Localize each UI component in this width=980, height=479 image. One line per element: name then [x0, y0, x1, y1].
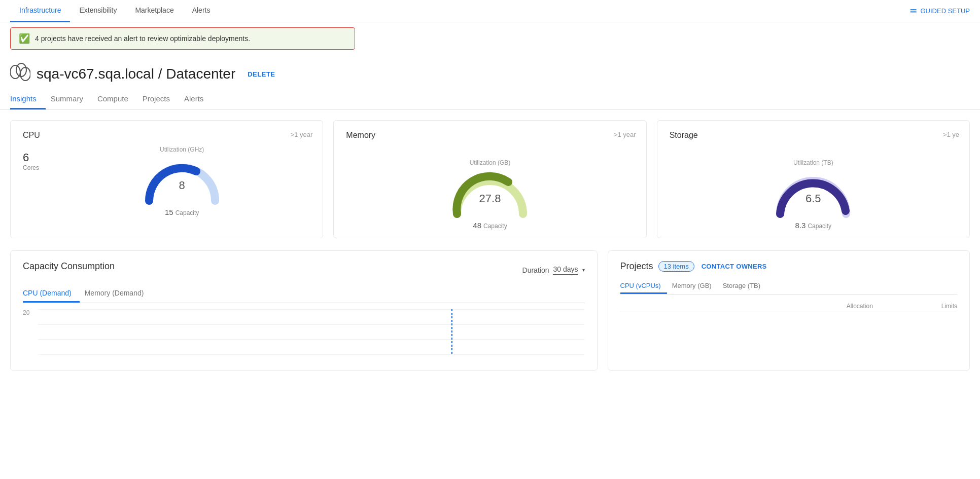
projects-header: Projects 13 items CONTACT OWNERS	[620, 261, 958, 272]
delete-button[interactable]: DELETE	[248, 70, 275, 78]
cpu-capacity: 15 Capacity	[165, 208, 199, 216]
projects-card: Projects 13 items CONTACT OWNERS CPU (vC…	[608, 250, 970, 371]
tab-summary[interactable]: Summary	[51, 89, 92, 109]
memory-utilization-label: Utilization (GB)	[470, 159, 511, 166]
memory-gauge-svg: 27.8	[449, 168, 531, 219]
storage-center-value: 6.5	[806, 192, 821, 205]
storage-gauge-svg: 6.5	[773, 168, 854, 219]
memory-capacity: 48 Capacity	[473, 221, 507, 230]
proj-subtab-memory[interactable]: Memory (GB)	[672, 279, 718, 294]
top-nav: Infrastructure Extensibility Marketplace…	[0, 0, 980, 22]
gauge-cards-row: CPU >1 year 6 Cores Utilization (GHz)	[10, 120, 970, 238]
page-header: sqa-vc67.sqa.local / Datacenter DELETE	[0, 55, 980, 89]
bottom-row: Capacity Consumption Duration 30 days ▾ …	[10, 250, 970, 371]
projects-table-header: Allocation Limits	[620, 301, 958, 312]
chart-y-label: 20	[23, 309, 29, 316]
cpu-center-value: 8	[179, 179, 185, 192]
storage-utilization-label: Utilization (TB)	[793, 159, 833, 166]
storage-capacity-label: Capacity	[808, 223, 831, 230]
memory-gauge-card: Memory >1 year Utilization (GB) 27.8	[333, 120, 646, 238]
svg-point-0	[10, 65, 20, 79]
storage-capacity-value: 8.3	[795, 221, 806, 230]
duration-selector[interactable]: Duration 30 days ▾	[522, 265, 585, 275]
cpu-gauge-svg: 8	[142, 155, 223, 206]
storage-gauge-card: Storage >1 ye Utilization (TB) 6.5	[657, 120, 970, 238]
subtab-memory-demand[interactable]: Memory (Demand)	[85, 285, 152, 303]
nav-infrastructure[interactable]: Infrastructure	[10, 0, 70, 22]
capacity-sub-tabs: CPU (Demand) Memory (Demand)	[23, 285, 585, 303]
cpu-card-title: CPU	[23, 131, 40, 140]
storage-card-title: Storage	[670, 131, 698, 140]
subtab-cpu-demand[interactable]: CPU (Demand)	[23, 285, 80, 303]
nav-alerts[interactable]: Alerts	[183, 0, 220, 22]
memory-capacity-value: 48	[473, 221, 481, 230]
proj-subtab-storage[interactable]: Storage (TB)	[723, 279, 766, 294]
contact-owners-button[interactable]: CONTACT OWNERS	[702, 263, 767, 270]
cpu-capacity-value: 15	[165, 208, 173, 216]
projects-title: Projects	[620, 261, 653, 272]
memory-time-label: >1 year	[614, 131, 636, 138]
memory-card-title: Memory	[346, 131, 375, 140]
alert-banner: ✅ 4 projects have received an alert to r…	[10, 27, 355, 50]
capacity-consumption-card: Capacity Consumption Duration 30 days ▾ …	[10, 250, 598, 371]
capacity-section-header: Capacity Consumption Duration 30 days ▾	[23, 261, 585, 279]
memory-center-value: 27.8	[479, 192, 501, 205]
tab-insights[interactable]: Insights	[10, 89, 46, 109]
duration-dropdown-icon[interactable]: ▾	[582, 267, 585, 273]
cpu-cores-label: Cores	[23, 164, 53, 171]
guided-setup-button[interactable]: GUIDED SETUP	[909, 7, 970, 15]
nav-marketplace[interactable]: Marketplace	[126, 0, 183, 22]
tab-compute[interactable]: Compute	[97, 89, 137, 109]
storage-capacity: 8.3 Capacity	[795, 221, 832, 230]
book-icon	[909, 7, 917, 15]
projects-sub-tabs: CPU (vCPUs) Memory (GB) Storage (TB)	[620, 279, 958, 294]
duration-value[interactable]: 30 days	[553, 265, 578, 275]
capacity-chart: 20	[23, 309, 585, 360]
main-tabs: Insights Summary Compute Projects Alerts	[0, 89, 980, 110]
alert-text: 4 projects have received an alert to rev…	[35, 34, 250, 43]
tab-alerts[interactable]: Alerts	[184, 89, 213, 109]
cpu-time-label: >1 year	[291, 131, 313, 138]
capacity-title: Capacity Consumption	[23, 261, 115, 272]
cpu-utilization-label: Utilization (GHz)	[160, 146, 204, 153]
datacenter-icon	[10, 63, 30, 85]
memory-capacity-label: Capacity	[483, 223, 507, 230]
alert-check-icon: ✅	[19, 33, 30, 44]
main-content: CPU >1 year 6 Cores Utilization (GHz)	[0, 110, 980, 381]
proj-col-limits: Limits	[873, 303, 957, 310]
cpu-gauge-card: CPU >1 year 6 Cores Utilization (GHz)	[10, 120, 323, 238]
cpu-cores-value: 6	[23, 151, 53, 164]
duration-label: Duration	[522, 266, 549, 274]
chart-svg	[38, 309, 585, 355]
tab-projects[interactable]: Projects	[143, 89, 179, 109]
storage-time-label: >1 ye	[943, 131, 959, 138]
cpu-capacity-label: Capacity	[176, 209, 199, 216]
nav-extensibility[interactable]: Extensibility	[70, 0, 126, 22]
proj-subtab-cpu[interactable]: CPU (vCPUs)	[620, 279, 667, 294]
proj-col-name	[620, 303, 789, 310]
projects-count-badge: 13 items	[658, 261, 694, 272]
proj-col-allocation: Allocation	[789, 303, 873, 310]
page-title: sqa-vc67.sqa.local / Datacenter	[37, 66, 235, 82]
